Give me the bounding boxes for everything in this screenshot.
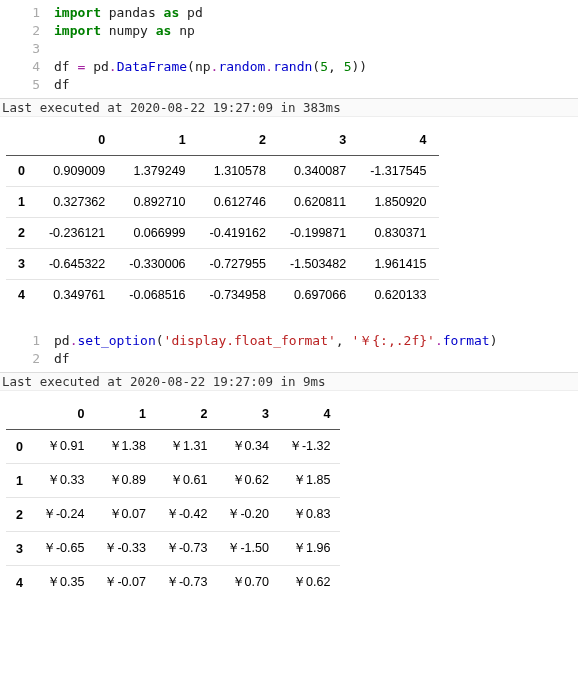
line-number: 4 <box>0 58 54 76</box>
line-number: 5 <box>0 76 54 94</box>
table-row: 0￥0.91￥1.38￥1.31￥0.34￥-1.32 <box>6 430 340 464</box>
cell: 1.310578 <box>198 156 278 187</box>
cell: -1.503482 <box>278 249 358 280</box>
output-table-1: 0 1 2 3 4 00.9090091.3792491.3105780.340… <box>6 125 439 310</box>
cell: ￥0.61 <box>156 464 218 498</box>
cell: -1.317545 <box>358 156 438 187</box>
cell: 0.612746 <box>198 187 278 218</box>
cell: ￥1.85 <box>279 464 341 498</box>
cell: ￥0.35 <box>33 566 95 600</box>
col-header: 3 <box>217 399 279 430</box>
cell: -0.645322 <box>37 249 117 280</box>
cell: ￥0.33 <box>33 464 95 498</box>
code-line: 1 import pandas as pd <box>0 4 578 22</box>
cell: 0.066999 <box>117 218 197 249</box>
col-header: 3 <box>278 125 358 156</box>
code-text: df = pd.DataFrame(np.random.randn(5, 5)) <box>54 58 367 76</box>
row-header: 4 <box>6 280 37 311</box>
code-line: 2 import numpy as np <box>0 22 578 40</box>
cell: ￥0.70 <box>217 566 279 600</box>
cell: ￥-0.20 <box>217 498 279 532</box>
table-row: 3-0.645322-0.330006-0.727955-1.5034821.9… <box>6 249 439 280</box>
col-header: 0 <box>33 399 95 430</box>
cell: 0.620811 <box>278 187 358 218</box>
table-row: 1￥0.33￥0.89￥0.61￥0.62￥1.85 <box>6 464 340 498</box>
cell: -0.236121 <box>37 218 117 249</box>
execution-info: Last executed at 2020-08-22 19:27:09 in … <box>0 99 578 117</box>
line-number: 2 <box>0 350 54 368</box>
cell: ￥-0.24 <box>33 498 95 532</box>
table-row: 40.349761-0.068516-0.7349580.6970660.620… <box>6 280 439 311</box>
cell: ￥1.31 <box>156 430 218 464</box>
output-table-2: 0 1 2 3 4 0￥0.91￥1.38￥1.31￥0.34￥-1.321￥0… <box>6 399 340 599</box>
cell: ￥0.07 <box>94 498 156 532</box>
cell: 0.620133 <box>358 280 438 311</box>
cell: ￥0.62 <box>217 464 279 498</box>
cell: ￥1.96 <box>279 532 341 566</box>
execution-info: Last executed at 2020-08-22 19:27:09 in … <box>0 373 578 391</box>
line-number: 1 <box>0 4 54 22</box>
cell: ￥-0.07 <box>94 566 156 600</box>
cell: 0.697066 <box>278 280 358 311</box>
row-header: 4 <box>6 566 33 600</box>
col-header: 4 <box>279 399 341 430</box>
cell: -0.419162 <box>198 218 278 249</box>
cell: ￥-0.33 <box>94 532 156 566</box>
cell: ￥0.83 <box>279 498 341 532</box>
col-header: 4 <box>358 125 438 156</box>
row-header: 3 <box>6 249 37 280</box>
cell: 0.340087 <box>278 156 358 187</box>
code-line: 5 df <box>0 76 578 94</box>
code-text: df <box>54 76 70 94</box>
col-header: 2 <box>198 125 278 156</box>
cell: ￥-0.73 <box>156 532 218 566</box>
cell: ￥-0.42 <box>156 498 218 532</box>
cell: ￥-1.50 <box>217 532 279 566</box>
col-header: 1 <box>94 399 156 430</box>
col-header: 2 <box>156 399 218 430</box>
col-header: 0 <box>37 125 117 156</box>
col-header: 1 <box>117 125 197 156</box>
table-row: 00.9090091.3792491.3105780.340087-1.3175… <box>6 156 439 187</box>
row-header: 2 <box>6 498 33 532</box>
cell: 1.961415 <box>358 249 438 280</box>
code-line: 3 <box>0 40 578 58</box>
code-cell-2[interactable]: 1 pd.set_option('display.float_format', … <box>0 328 578 373</box>
table-row: 4￥0.35￥-0.07￥-0.73￥0.70￥0.62 <box>6 566 340 600</box>
table-corner <box>6 399 33 430</box>
cell: ￥1.38 <box>94 430 156 464</box>
cell: ￥-0.65 <box>33 532 95 566</box>
table-row: 3￥-0.65￥-0.33￥-0.73￥-1.50￥1.96 <box>6 532 340 566</box>
cell: ￥0.91 <box>33 430 95 464</box>
cell: ￥0.34 <box>217 430 279 464</box>
cell: -0.068516 <box>117 280 197 311</box>
table-corner <box>6 125 37 156</box>
code-line: 2 df <box>0 350 578 368</box>
code-text: df <box>54 350 70 368</box>
code-cell-1[interactable]: 1 import pandas as pd 2 import numpy as … <box>0 0 578 99</box>
code-text <box>54 40 62 58</box>
table-row: 2￥-0.24￥0.07￥-0.42￥-0.20￥0.83 <box>6 498 340 532</box>
cell: -0.734958 <box>198 280 278 311</box>
row-header: 2 <box>6 218 37 249</box>
cell: 0.909009 <box>37 156 117 187</box>
cell: 1.850920 <box>358 187 438 218</box>
cell: -0.727955 <box>198 249 278 280</box>
code-line: 4 df = pd.DataFrame(np.random.randn(5, 5… <box>0 58 578 76</box>
table-row: 10.3273620.8927100.6127460.6208111.85092… <box>6 187 439 218</box>
code-text: import numpy as np <box>54 22 195 40</box>
table-row: 2-0.2361210.066999-0.419162-0.1998710.83… <box>6 218 439 249</box>
cell: ￥-0.73 <box>156 566 218 600</box>
row-header: 1 <box>6 464 33 498</box>
line-number: 2 <box>0 22 54 40</box>
code-text: import pandas as pd <box>54 4 203 22</box>
code-text: pd.set_option('display.float_format', '￥… <box>54 332 498 350</box>
row-header: 0 <box>6 156 37 187</box>
cell: ￥-1.32 <box>279 430 341 464</box>
row-header: 0 <box>6 430 33 464</box>
line-number: 3 <box>0 40 54 58</box>
line-number: 1 <box>0 332 54 350</box>
cell: -0.330006 <box>117 249 197 280</box>
cell: 0.892710 <box>117 187 197 218</box>
cell: 0.327362 <box>37 187 117 218</box>
